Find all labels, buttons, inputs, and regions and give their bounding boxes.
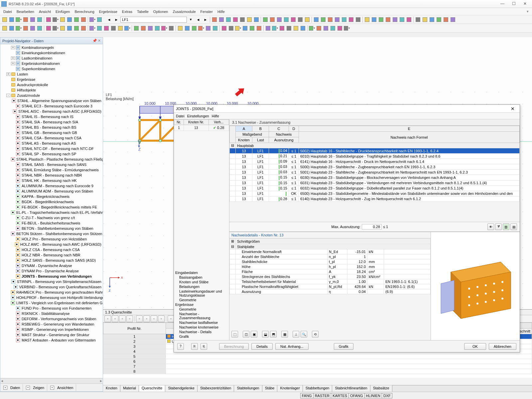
tree-item[interactable]: ■BETON - Stahlbetonbemessung von Stäben	[0, 226, 103, 231]
toolbar-btn[interactable]	[406, 16, 412, 23]
view3d-btn6[interactable]: ▦	[281, 331, 288, 337]
toolbar-btn[interactable]	[378, 16, 384, 23]
toolbar-btn[interactable]	[221, 25, 227, 32]
menu-tabelle[interactable]: Tabelle	[135, 9, 151, 14]
status-raster[interactable]: RASTER	[313, 393, 332, 398]
toolbar-btn[interactable]	[80, 25, 87, 32]
view3d-btn2[interactable]: ◫	[243, 331, 249, 337]
tree-item[interactable]: ■STAHL Ermüdung Stäbe - Ermüdungsnachwei…	[0, 167, 103, 173]
joints-tree-item[interactable]: Eingabedaten	[175, 270, 228, 275]
menu-berechnung[interactable]: Berechnung	[72, 9, 96, 14]
toolbar-btn[interactable]	[265, 25, 271, 32]
tree-item[interactable]: ■HOLZ CSA - Bemessung nach CSA	[0, 247, 103, 252]
toolbar-btn[interactable]	[262, 16, 269, 23]
joints-menu-hilfe[interactable]: Hilfe	[212, 114, 219, 118]
results-table[interactable]: A B C D E MaßgebendNachweisNachweis nach…	[229, 126, 520, 202]
3d-preview[interactable]	[431, 232, 520, 340]
toolbar-btn[interactable]	[168, 25, 175, 32]
details-button[interactable]: Details	[251, 343, 273, 350]
bottom-tab[interactable]: Stabendgelenke	[165, 385, 198, 392]
menu-ergebnisse[interactable]: Ergebnisse	[97, 9, 119, 14]
help-button[interactable]: ?	[177, 343, 184, 350]
toolbar-btn[interactable]	[242, 25, 248, 32]
toolbar-btn[interactable]	[133, 25, 140, 32]
toolbar-btn[interactable]	[239, 16, 246, 23]
tree-item[interactable]: ■VERBIND - Bemessung von Querkraftanschl…	[0, 284, 103, 290]
toolbar-btn[interactable]	[228, 25, 234, 32]
toolbar-btn[interactable]	[205, 25, 211, 32]
tree-item[interactable]: +▦Kombinationsregeln	[0, 45, 103, 50]
menu-ansicht[interactable]: Ansicht	[37, 9, 53, 14]
menu-extras[interactable]: Extras	[120, 9, 134, 14]
toolbar-btn[interactable]	[184, 25, 191, 32]
result-row[interactable]: 13LF10.03≤ 15001) Hauptstab 23 - Stahlbl…	[230, 170, 520, 175]
toolbar-btn[interactable]	[385, 16, 391, 23]
bt-toolbar-btn[interactable]: ▫	[158, 316, 165, 322]
tree-item[interactable]: ■STAHL AISC - Bemessung nach AISC (LRFD/…	[0, 109, 103, 114]
joints-case-row[interactable]: 113✔ 0.28	[174, 125, 229, 131]
bt-toolbar-btn[interactable]: ▫	[136, 316, 143, 322]
navigator-tree[interactable]: +▦Kombinationsregeln▦Einwirkungskombinat…	[0, 44, 103, 378]
tree-item[interactable]: +▦Ergebniskombinationen	[0, 61, 103, 66]
toolbar-btn[interactable]	[96, 16, 103, 23]
toolbar-btn[interactable]: ▾	[235, 25, 241, 32]
joints-tree-item[interactable]: Grafik	[175, 334, 228, 339]
grafik-button[interactable]: Grafik	[334, 343, 353, 350]
tree-item[interactable]: ■STAHL BS - Bemessung nach BS	[0, 125, 103, 130]
toolbar-btn[interactable]	[290, 16, 297, 23]
toolbar-btn[interactable]	[276, 16, 283, 23]
result-row[interactable]: 13LF10.15≤ 16032) Hauptstab 23 - Stabdüb…	[230, 186, 520, 191]
joints-tree-item[interactable]: Lasteinwirkungsdauer und Nutzungsklasse	[175, 289, 228, 298]
tree-item[interactable]: ■HOLZ Pro - Bemessung von Holzstäben	[0, 236, 103, 242]
toolbar-btn[interactable]	[364, 16, 370, 23]
tree-item[interactable]: ■STAHL NBR - Bemessung nach NBR	[0, 173, 103, 178]
toolbar-btn[interactable]	[1, 16, 8, 23]
toolbar-btn[interactable]	[147, 25, 154, 32]
tree-item[interactable]: ■RAHMECK Pro - Bemessung von geschraubte…	[0, 290, 103, 295]
tree-item[interactable]: ■STAHL NTC-DF - Bemessung nach NTC-DF	[0, 146, 103, 151]
toolbar-btn[interactable]	[66, 25, 73, 32]
toolbar-btn[interactable]	[22, 16, 29, 23]
tree-item[interactable]: ■RSKNICK - Stabilitätsanalyse	[0, 311, 103, 316]
result-row[interactable]: 13LF1OK6500) Hauptstab 23 - Stabdübelgeo…	[230, 191, 520, 196]
tree-item[interactable]: Ausdruckprotokolle	[0, 82, 103, 87]
toolbar-btn[interactable]	[320, 16, 327, 23]
toolbar-btn[interactable]	[300, 25, 306, 32]
bt-toolbar-btn[interactable]: ▫	[112, 316, 118, 322]
toolbar-btn[interactable]	[59, 16, 66, 23]
toolbar-btn[interactable]	[29, 16, 36, 23]
bt-toolbar-btn[interactable]: ▫	[168, 316, 174, 322]
bottom-tab[interactable]: Stabnichtlineartäten	[332, 385, 370, 392]
toolbar-btn[interactable]	[80, 16, 87, 23]
tree-item[interactable]: ■DYNAM Pro - Dynamische Analyse	[0, 268, 103, 274]
toolbar-btn[interactable]: ▾	[161, 25, 168, 32]
joints-tree-item[interactable]: Geometrie	[175, 298, 228, 302]
group-schnittgroessen[interactable]: Schnittgrößen	[236, 239, 431, 244]
toolbar-btn[interactable]	[110, 25, 117, 32]
tree-item[interactable]: ■STAHL SANS - Bemessung nach SANS	[0, 162, 103, 167]
toolbar-btn[interactable]	[450, 16, 456, 23]
eye-button[interactable]: 👁	[487, 223, 494, 230]
menu-einfügen[interactable]: Einfügen	[54, 9, 72, 14]
status-kartes[interactable]: KARTES	[331, 393, 349, 398]
toolbar-btn[interactable]	[297, 16, 304, 23]
tree-item[interactable]: ■C-ZU-T - Nachweis von grenz c/t	[0, 215, 103, 220]
tree-item[interactable]: ■ALUMINIUM - Bemessung nach Eurocode 9	[0, 183, 103, 189]
status-ofang[interactable]: OFANG	[348, 393, 365, 398]
tree-item[interactable]: ■HOHLPROF - Bemessung von Hohlprofil-Ver…	[0, 295, 103, 300]
tree-item[interactable]: ■FUND Pro - Bemessung von Fundamenten	[0, 306, 103, 311]
bottom-tab[interactable]: Knoten	[103, 385, 120, 392]
tree-item[interactable]: ■EL-PL - Tragsicherheitsnachweis nach EL…	[0, 210, 103, 215]
joints-close-button[interactable]: ✕	[508, 106, 518, 111]
toolbar-btn[interactable]	[293, 25, 299, 32]
tree-item[interactable]: ■STIRNPL - Bemessung von Stirnplattenans…	[0, 279, 103, 284]
bt-toolbar-btn[interactable]: ▫	[119, 316, 126, 322]
tree-item[interactable]: ■BGDK - Biegedrillknicknachweis	[0, 199, 103, 204]
toolbar-btn[interactable]	[415, 16, 421, 23]
menu-zusatzmodule[interactable]: Zusatzmodule	[171, 9, 198, 14]
abbrechen-button[interactable]: Abbrechen	[489, 343, 516, 350]
result-row[interactable]: 13LF10.21≤ 16010) Hauptstab 16 - Stabdüb…	[230, 154, 520, 159]
tree-item[interactable]: ■RSBEWEG - Generierung von Wanderlasten	[0, 322, 103, 327]
toolbar-btn[interactable]: ▾	[343, 25, 350, 32]
bt-toolbar-btn[interactable]: ▫	[126, 316, 133, 322]
